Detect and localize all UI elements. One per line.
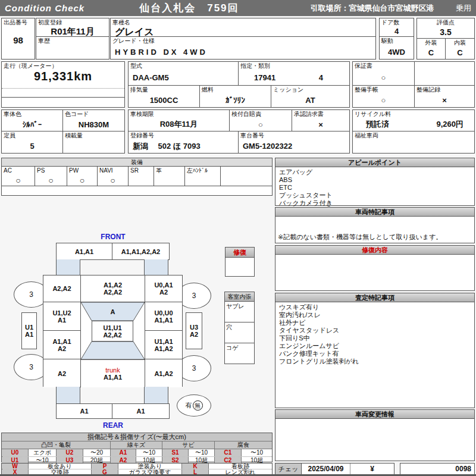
mileage-cell: 走行（現メーター） 91,331km [1, 61, 125, 108]
color-code-value: NH830M [63, 118, 124, 131]
equipment-col-pw: PW ○ [67, 167, 98, 186]
check-label: チェック [275, 464, 302, 474]
equipment-col-sr: SR [129, 167, 154, 186]
welfare-value [353, 139, 474, 153]
pillar-connector-front-right [144, 259, 168, 275]
auction-title: 仙台入札会 759回 [139, 1, 239, 15]
jibaiseki-value: ○ [230, 118, 292, 131]
maintenance-record-value: × [415, 93, 474, 107]
repair-content-title: 修復内容 [275, 246, 474, 255]
displacement-value: 1500CC [129, 93, 199, 107]
assessment-item: エンジンルームサビ [275, 342, 474, 350]
reg-no-label: 登録番号 [129, 131, 238, 139]
mission-label: ミッション [271, 86, 349, 93]
equipment-col-blank [221, 167, 272, 186]
legend-code: A1 [111, 449, 136, 456]
spare-none: 無 [193, 400, 203, 411]
front-label: FRONT [92, 233, 134, 241]
equipment-label: 左ﾊﾝﾄﾞﾙ [185, 167, 220, 174]
maintenance-record-label: 整備記録 [415, 86, 474, 93]
assessment-title: 査定特記事項 [275, 293, 474, 302]
doors-value: 4 [380, 26, 414, 36]
chassis-label: 車台番号 [239, 131, 349, 139]
wheel-mark: 3 [29, 290, 33, 299]
class-value-1: 17941 [254, 73, 275, 82]
fuel-label: 燃料 [200, 86, 271, 93]
equipment-mark: ○ [2, 174, 35, 186]
rear-window-shape [81, 342, 145, 359]
equipment-mark [221, 168, 272, 186]
recycle-status: 預託済 [366, 119, 389, 130]
displacement-label: 排気量 [129, 86, 199, 93]
approval-value: × [292, 118, 349, 131]
legend-desc: 〜20 [83, 449, 111, 456]
legend-desc: 〜10 [189, 449, 215, 456]
fender-front-left: A2,A2 [43, 275, 81, 302]
recycle-group: リサイクル料 預託済 9,260円 福祉車両 [352, 109, 475, 154]
legend-code: U2 [57, 449, 83, 456]
exhibit-no-value: 98 [2, 26, 35, 54]
cabin-interior-row-tear: ヤブレ [225, 302, 254, 322]
vehicle-notes-panel: 車両特記事項 ※記載のない書類・機器等は無しとして取り扱います。 [275, 207, 475, 243]
model-code-value: DAA-GM5 [129, 70, 238, 85]
check-sign: ¥ [350, 464, 394, 474]
change-info-title: 車両変更情報 [275, 410, 474, 419]
equipment-label: PW [67, 167, 97, 174]
warranty-value: ○ [353, 70, 414, 85]
legend-desc: 〜10 [242, 449, 272, 456]
equipment-mark [129, 174, 154, 186]
check-row: チェック 2025/04/09 ¥ [275, 463, 394, 475]
color-code-label: 色コード [63, 110, 124, 118]
doors-drive-cell: ドア数 4 駆動 4WD [379, 18, 414, 60]
appeal-item: ABS [275, 176, 474, 184]
windshield: A [81, 302, 145, 321]
capacity-label: 定員 [2, 131, 62, 139]
assessment-item: ウスキズ有り [275, 303, 474, 311]
exterior-value: C [417, 46, 445, 59]
model-cell: 車種名 グレイス グレード・仕様 HYBRID DX 4WD [110, 18, 376, 60]
assessment-item: 社外ナビ [275, 319, 474, 327]
first-reg-value: R01年11月 [36, 26, 109, 37]
appeal-item: ETC [275, 184, 474, 192]
pickup-location: 引取場所：宮城県仙台市宮城野区港 [311, 3, 434, 14]
drive-value: 4WD [380, 45, 414, 59]
capacity-value: 5 [2, 139, 62, 153]
rear-bumper-left: A1 [57, 404, 112, 418]
model-label: 車種名 [111, 18, 375, 26]
door-rear-right: U1,A1 A1,A2 [145, 331, 182, 359]
equipment-mark: ○ [98, 174, 128, 186]
history-label: 車歴 [36, 37, 109, 45]
model-code-group: 型式 DAA-GM5 指定・類別 17941 4 排気量 1500CC 燃料 ｶ… [128, 61, 350, 108]
check-number-box: 0098 [400, 463, 475, 475]
score-cell: 評価点 3.5 外装 C 内装 C [416, 18, 475, 60]
legend-category-rust: サビ [162, 441, 215, 449]
equipment-label: 革 [154, 167, 184, 174]
grade-value: HYBRID DX 4WD [111, 45, 375, 59]
wheel-mark: 3 [29, 363, 33, 371]
check-number: 0098 [400, 464, 474, 474]
rear-label: REAR [92, 421, 134, 430]
equipment-col-navi: NAVI ○ [98, 167, 129, 186]
usage-type: 乗用 [456, 3, 471, 14]
chassis-value: GM5-1202322 [239, 139, 349, 153]
body-color-label: 車体色 [2, 110, 62, 118]
legend-code: K [182, 464, 209, 469]
equipment-label: NAVI [98, 167, 128, 174]
trunk: trunk A1,A1 [81, 359, 145, 387]
interior-value: C [446, 46, 474, 59]
hood: A1,A2 A2,A2 [81, 275, 145, 302]
first-reg-label: 初度登録 [36, 18, 109, 26]
inspection-group: 車検期限 R08年11月 検付自賠責 ○ 承認請求書 × 登録番号 新潟 502… [128, 109, 350, 154]
car-body: A2,A2 A1,A2 A2,A2 U0,A1 A2 U1,U2 A1 U0,U… [43, 275, 183, 387]
model-code-label: 型式 [129, 62, 238, 70]
fuel-value: ｶﾞｿﾘﾝ [200, 93, 271, 107]
legend-table-2: W 板金あり P 塗装あり K 看板跡 X 交換跡 G ガラス交換要す L レン… [1, 463, 273, 475]
pillar-connector-front-left [56, 259, 80, 275]
score-value: 3.5 [417, 26, 474, 38]
exhibit-no-cell: 出品番号 98 [1, 18, 35, 60]
equipment-label: PS [35, 167, 67, 174]
drive-label: 駆動 [380, 37, 414, 45]
equipment-col-ac: AC ○ [2, 167, 35, 186]
divider [2, 97, 124, 98]
equipment-title: 装備 [2, 158, 272, 167]
